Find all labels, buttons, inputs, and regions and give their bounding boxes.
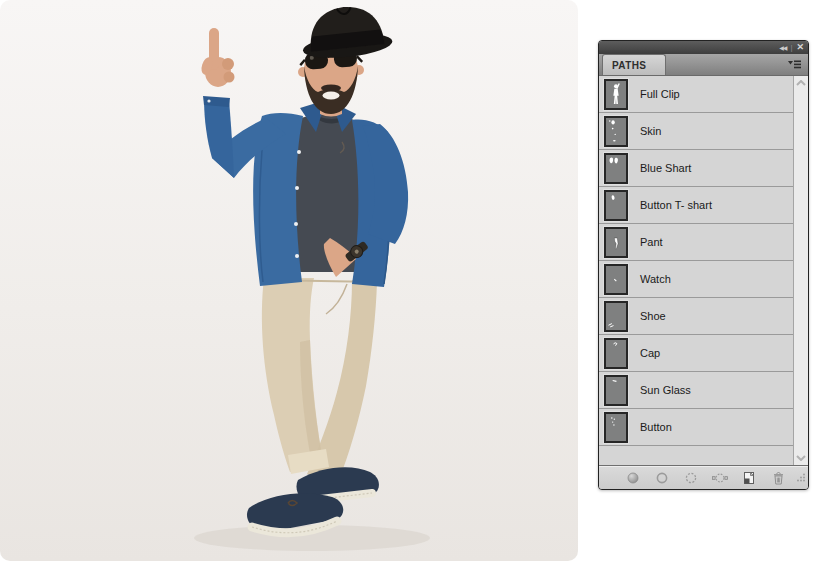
panel-tab-bar: PATHS xyxy=(599,54,808,76)
path-label: Watch xyxy=(640,273,671,285)
stroke-path-icon[interactable] xyxy=(654,470,670,486)
path-thumbnail xyxy=(604,412,628,443)
paths-panel: ◀◀ | ✕ PATHS xyxy=(598,40,809,490)
path-row-pant[interactable]: Pant xyxy=(599,224,793,261)
path-thumbnail xyxy=(604,79,628,110)
resize-grip-icon[interactable] xyxy=(795,469,806,487)
titlebar-divider: | xyxy=(790,44,792,52)
man-illustration xyxy=(0,0,578,561)
mustache xyxy=(321,84,341,91)
path-row-button-t-shart[interactable]: Button T- shart xyxy=(599,187,793,224)
panel-titlebar: ◀◀ | ✕ xyxy=(599,41,808,54)
path-row-skin[interactable]: Skin xyxy=(599,113,793,150)
create-new-path-icon[interactable] xyxy=(741,470,757,486)
scrollbar[interactable] xyxy=(793,76,808,465)
path-label: Skin xyxy=(640,125,661,137)
path-label: Button T- shart xyxy=(640,199,712,211)
path-label: Shoe xyxy=(640,310,666,322)
path-row-watch[interactable]: Watch xyxy=(599,261,793,298)
delete-path-icon[interactable] xyxy=(770,470,786,486)
path-label: Pant xyxy=(640,236,663,248)
panel-footer xyxy=(599,465,808,489)
paths-list: Full Clip Skin xyxy=(599,76,808,465)
path-row-shoe[interactable]: Shoe xyxy=(599,298,793,335)
path-label: Sun Glass xyxy=(640,384,691,396)
photo-of-man xyxy=(0,0,578,561)
path-thumbnail xyxy=(604,264,628,295)
path-row-blue-shart[interactable]: Blue Shart xyxy=(599,150,793,187)
path-label: Blue Shart xyxy=(640,162,691,174)
fill-path-icon[interactable] xyxy=(625,470,641,486)
scroll-up-icon[interactable] xyxy=(796,80,806,86)
path-row-button[interactable]: Button xyxy=(599,409,793,446)
path-label: Button xyxy=(640,421,672,433)
list-empty-area xyxy=(599,446,793,465)
load-path-as-selection-icon[interactable] xyxy=(683,470,699,486)
path-thumbnail xyxy=(604,190,628,221)
path-thumbnail xyxy=(604,116,628,147)
path-thumbnail xyxy=(604,227,628,258)
scroll-down-icon[interactable] xyxy=(796,455,806,461)
path-row-cap[interactable]: Cap xyxy=(599,335,793,372)
path-row-full-clip[interactable]: Full Clip xyxy=(599,76,793,113)
close-icon[interactable]: ✕ xyxy=(796,43,804,52)
path-thumbnail xyxy=(604,338,628,369)
path-thumbnail xyxy=(604,301,628,332)
screenshot: ◀◀ | ✕ PATHS xyxy=(0,0,836,561)
tab-paths[interactable]: PATHS xyxy=(602,54,666,75)
path-thumbnail xyxy=(604,375,628,406)
path-label: Cap xyxy=(640,347,660,359)
make-work-path-icon[interactable] xyxy=(712,470,728,486)
path-label: Full Clip xyxy=(640,88,680,100)
path-row-sun-glass[interactable]: Sun Glass xyxy=(599,372,793,409)
collapse-to-icons-icon[interactable]: ◀◀ xyxy=(779,45,786,51)
panel-menu-icon[interactable] xyxy=(784,54,804,75)
path-thumbnail xyxy=(604,153,628,184)
smile xyxy=(323,92,340,100)
